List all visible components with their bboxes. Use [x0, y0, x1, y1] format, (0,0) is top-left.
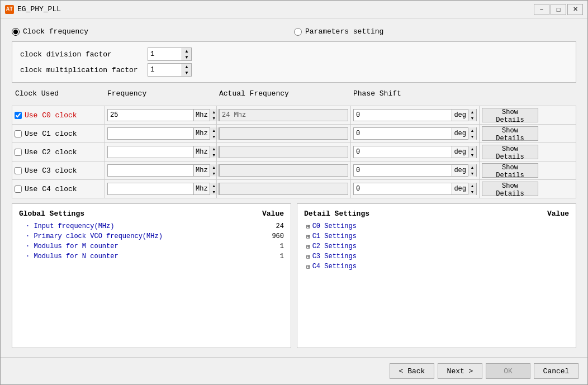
c1-phase-unit-down[interactable]: ▼: [468, 134, 476, 140]
c2-show-details-button[interactable]: Show Details: [482, 145, 538, 159]
c3-phase-input[interactable]: [353, 164, 452, 177]
c2-clock-used-cell: Use C2 clock: [12, 143, 105, 161]
c2-freq-cell: Mhz ▲ ▼: [105, 143, 216, 161]
close-button[interactable]: ✕: [567, 4, 583, 15]
c0-freq-input[interactable]: [107, 109, 194, 121]
detail-settings-value-header: Value: [547, 210, 569, 218]
c2-expand-icon[interactable]: ⊞: [306, 243, 310, 250]
c3-freq-input[interactable]: [107, 164, 194, 177]
global-settings-panel: Global Settings Value · Input frequency(…: [12, 203, 291, 348]
clock-row-c3: Use C3 clock Mhz ▲ ▼: [12, 161, 576, 180]
clock-frequency-radio[interactable]: [12, 28, 20, 36]
c4-phase-unit-down[interactable]: ▼: [468, 189, 476, 195]
c3-phase-unit-up[interactable]: ▲: [468, 164, 476, 170]
minimize-button[interactable]: −: [534, 4, 549, 15]
detail-c4-item[interactable]: ⊞ C4 Settings: [304, 262, 569, 272]
c4-phase-unit-up[interactable]: ▲: [468, 183, 476, 189]
next-button[interactable]: Next >: [438, 363, 482, 379]
c3-phase-unit-down[interactable]: ▼: [468, 170, 476, 177]
multiplication-spin-down[interactable]: ▼: [182, 70, 191, 76]
c0-phase-unit-up[interactable]: ▲: [468, 109, 476, 115]
c1-label: Use C1 clock: [25, 130, 77, 138]
c0-checkbox[interactable]: [15, 112, 22, 119]
title-bar-left: AT EG_PHY_PLL: [5, 5, 61, 14]
multiplication-input[interactable]: [148, 64, 182, 76]
division-row: clock division factor ▲ ▼: [20, 47, 568, 61]
c0-freq-cell: Mhz ▲ ▼: [105, 106, 216, 124]
parameters-setting-option[interactable]: Parameters setting: [294, 27, 576, 36]
restore-button[interactable]: □: [551, 4, 566, 15]
c4-phase-input[interactable]: [353, 183, 452, 195]
input-freq-value: 24: [276, 222, 284, 230]
c1-phase-unit-up[interactable]: ▲: [468, 127, 476, 134]
c1-phase-wrap: deg ▲ ▼: [353, 127, 477, 140]
c2-phase-input[interactable]: [353, 146, 452, 158]
c1-checkbox[interactable]: [15, 130, 22, 137]
back-button[interactable]: < Back: [390, 363, 434, 379]
c2-actions-cell: Show Details: [479, 143, 540, 161]
cancel-button[interactable]: Cancel: [534, 363, 578, 379]
division-spin-up[interactable]: ▲: [182, 48, 191, 54]
c2-phase-wrap: deg ▲ ▼: [353, 146, 477, 158]
footer: < Back Next > OK Cancel: [1, 357, 587, 384]
c3-clock-used-cell: Use C3 clock: [12, 161, 105, 179]
c2-phase-unit-up[interactable]: ▲: [468, 146, 476, 152]
division-label: clock division factor: [20, 50, 143, 59]
c1-expand-icon[interactable]: ⊞: [306, 233, 310, 240]
c3-checkbox[interactable]: [15, 167, 22, 174]
c0-phase-input[interactable]: [353, 109, 452, 121]
c2-actual-freq-cell: [216, 143, 350, 161]
detail-c0-item[interactable]: ⊞ C0 Settings: [304, 221, 569, 231]
n-counter-value: 1: [280, 253, 284, 260]
division-input-wrap: ▲ ▼: [148, 47, 192, 61]
c0-freq-wrap: Mhz ▲ ▼: [107, 109, 214, 121]
ok-button[interactable]: OK: [486, 363, 530, 379]
global-row-input-freq: · Input frequency(MHz) 24: [19, 221, 284, 231]
clock-frequency-option[interactable]: Clock frequency: [12, 27, 294, 36]
c3-phase-unit: deg: [452, 167, 468, 174]
clock-row-c4: Use C4 clock Mhz ▲ ▼: [12, 179, 576, 198]
c1-show-details-button[interactable]: Show Details: [482, 126, 538, 141]
app-icon: AT: [5, 5, 14, 14]
c2-phase-unit-wrap: deg ▲ ▼: [452, 146, 477, 158]
main-content: Clock frequency Parameters setting clock…: [1, 18, 587, 357]
division-input[interactable]: [148, 48, 182, 60]
m-counter-label: · Modulus for M counter: [26, 243, 274, 250]
c3-expand-icon[interactable]: ⊞: [306, 253, 310, 260]
global-settings-title: Global Settings: [19, 210, 262, 218]
detail-c1-item[interactable]: ⊞ C1 Settings: [304, 231, 569, 241]
c3-show-details-button[interactable]: Show Details: [482, 163, 538, 178]
parameters-setting-radio[interactable]: [294, 28, 302, 36]
c2-checkbox[interactable]: [15, 149, 22, 156]
c0-phase-unit-down[interactable]: ▼: [468, 115, 476, 121]
c3-actual-freq-cell: [216, 161, 350, 179]
c4-clock-used-cell: Use C4 clock: [12, 180, 105, 198]
c3-phase-unit-btn: ▲ ▼: [468, 164, 476, 177]
c2-freq-input[interactable]: [107, 146, 194, 158]
detail-c2-item[interactable]: ⊞ C2 Settings: [304, 241, 569, 251]
clock-row-c2: Use C2 clock Mhz ▲ ▼: [12, 142, 576, 161]
c4-actual-freq: [219, 183, 348, 195]
division-spin-down[interactable]: ▼: [182, 54, 191, 60]
c1-phase-unit: deg: [452, 130, 468, 137]
c4-expand-icon[interactable]: ⊞: [306, 263, 310, 270]
c4-actual-freq-cell: [216, 180, 350, 198]
c4-show-details-button[interactable]: Show Details: [482, 182, 538, 196]
c1-freq-input[interactable]: [107, 127, 194, 140]
c4-freq-unit-wrap: Mhz ▲ ▼: [194, 183, 219, 195]
division-spinner: ▲ ▼: [182, 48, 191, 60]
c4-freq-input[interactable]: [107, 183, 194, 195]
c2-phase-unit-down[interactable]: ▼: [468, 152, 476, 158]
c3-actions-cell: Show Details: [479, 161, 540, 179]
detail-c3-item[interactable]: ⊞ C3 Settings: [304, 251, 569, 262]
c1-phase-input[interactable]: [353, 127, 452, 140]
c0-label: Use C0 clock: [25, 111, 77, 120]
c0-expand-icon[interactable]: ⊞: [306, 223, 310, 230]
c0-actions-cell: Show Details: [479, 106, 540, 124]
c0-show-details-button[interactable]: Show Details: [482, 108, 538, 122]
multiplication-spin-up[interactable]: ▲: [182, 64, 191, 70]
c2-label: Use C2 clock: [25, 148, 77, 156]
clock-table-header: Clock Used Frequency Actual Frequency Ph…: [12, 88, 576, 99]
c4-phase-wrap: deg ▲ ▼: [353, 183, 477, 195]
c4-checkbox[interactable]: [15, 186, 22, 193]
